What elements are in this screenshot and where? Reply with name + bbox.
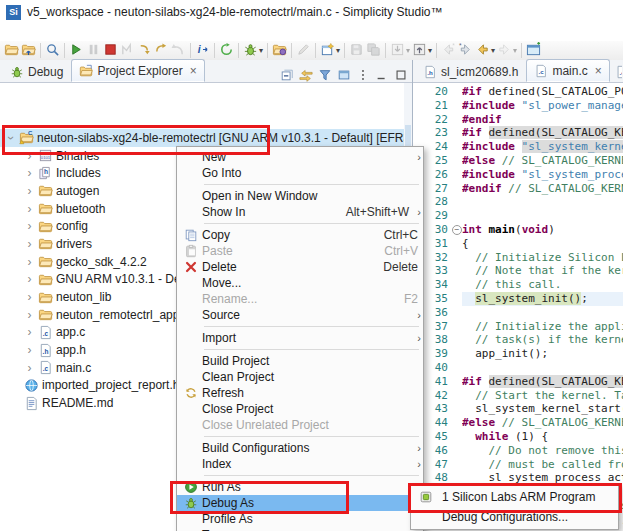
context-menu-item[interactable]: New › (177, 149, 423, 165)
chevron-collapsed-icon[interactable]: › (24, 186, 35, 196)
editor-tab[interactable]: .c (610, 60, 623, 82)
context-menu-item[interactable]: Copy Ctrl+C (177, 227, 423, 243)
toolbar-button[interactable]: ▾ (389, 42, 411, 60)
menu-bar-item[interactable] (102, 32, 116, 34)
dropdown-caret-icon[interactable]: ▾ (428, 46, 432, 55)
toolbar-button[interactable] (525, 42, 542, 60)
tree-item-project[interactable]: › C neuton-silabs-xg24-ble-remotectrl [G… (0, 129, 412, 147)
chevron-collapsed-icon[interactable]: › (24, 363, 35, 373)
context-menu-item[interactable]: Delete Delete (177, 259, 423, 275)
menu-bar-item[interactable] (60, 32, 74, 34)
toolbar-button[interactable] (44, 42, 61, 60)
toolbar-button[interactable]: * (440, 42, 457, 60)
dropdown-caret-icon[interactable]: ▾ (406, 46, 410, 55)
editor-tab[interactable]: .c main.c × (526, 59, 609, 82)
menu-bar-item[interactable] (88, 32, 102, 34)
chevron-collapsed-icon[interactable]: › (24, 327, 35, 337)
context-menu-item[interactable]: Run As › (177, 479, 423, 495)
chevron-collapsed-icon[interactable]: › (24, 292, 35, 302)
chevron-collapsed-icon[interactable]: › (24, 204, 35, 214)
context-menu-item[interactable]: Build Configurations › (177, 440, 423, 456)
toolbar-button[interactable]: ▾ (319, 42, 341, 60)
chevron-expanded-icon[interactable]: › (6, 132, 16, 143)
panel-header-button[interactable] (337, 68, 351, 82)
chevron-collapsed-icon[interactable]: › (24, 151, 35, 161)
toolbar-button[interactable] (85, 42, 102, 60)
menu-bar-item[interactable] (116, 32, 130, 34)
context-menu-item[interactable]: Source › (177, 307, 423, 323)
chevron-collapsed-icon[interactable]: › (24, 257, 35, 267)
menu-bar-item[interactable] (32, 32, 46, 34)
submenu-item[interactable]: Debug Configurations... (411, 507, 618, 527)
toolbar-button[interactable]: ▾ (411, 42, 433, 60)
svg-text:.c: .c (619, 69, 623, 76)
toolbar-button[interactable] (170, 42, 187, 60)
context-menu-item[interactable]: Paste Ctrl+V (177, 243, 423, 259)
context-menu-item[interactable]: Profile As › (177, 511, 423, 527)
context-menu-item[interactable]: Rename... F2 (177, 291, 423, 307)
panel-tab[interactable]: Debug (2, 60, 71, 82)
panel-header-button[interactable] (375, 68, 389, 82)
toolbar-button[interactable] (218, 42, 235, 60)
toolbar-button[interactable]: i (194, 42, 211, 60)
panel-header-button[interactable] (356, 68, 370, 82)
dropdown-caret-icon[interactable]: ▾ (259, 46, 263, 55)
chevron-collapsed-icon[interactable]: › (24, 345, 35, 355)
toolbar-button[interactable] (136, 42, 153, 60)
panel-header-button[interactable] (299, 68, 313, 82)
editor-tab[interactable]: .h sl_icm20689.h (415, 60, 526, 82)
panel-header-button[interactable] (318, 68, 332, 82)
context-menu-item[interactable]: Import › (177, 330, 423, 346)
close-tab-icon[interactable]: × (595, 64, 602, 78)
chevron-collapsed-icon[interactable]: › (24, 310, 35, 320)
context-menu-item[interactable]: Clean Project (177, 369, 423, 385)
context-menu-item[interactable]: Show In Alt+Shift+W › (177, 204, 423, 220)
toolbar-button[interactable]: ▾ (496, 42, 518, 60)
context-menu-item[interactable]: Index › (177, 456, 423, 472)
toolbar-button[interactable] (348, 42, 365, 60)
panel-header-button[interactable] (394, 68, 408, 82)
chevron-collapsed-icon[interactable]: › (24, 221, 35, 231)
context-menu-item[interactable]: Refresh (177, 385, 423, 401)
panel-tab[interactable]: Project Explorer × (71, 59, 204, 82)
menu-bar-item[interactable] (74, 32, 88, 34)
menu-bar-item[interactable] (4, 32, 18, 34)
dropdown-caret-icon[interactable]: ▾ (513, 46, 517, 55)
paste-icon (180, 244, 202, 258)
context-menu-item[interactable]: Team › (177, 527, 423, 531)
dropdown-caret-icon[interactable]: ▾ (336, 46, 340, 55)
close-tab-icon[interactable]: × (190, 64, 197, 78)
context-menu-item[interactable]: Open in New Window (177, 188, 423, 204)
context-menu-item[interactable]: Close Project (177, 401, 423, 417)
editor-pane: .h sl_icm20689.h .c main.c × .c 20#if de… (413, 60, 623, 531)
context-menu-item[interactable]: Build Project (177, 353, 423, 369)
context-menu-item[interactable]: Close Unrelated Project (177, 417, 423, 433)
toolbar-button[interactable] (365, 42, 382, 60)
context-menu-item[interactable]: Move... (177, 275, 423, 291)
separator (436, 43, 437, 58)
toolbar-button[interactable]: * (457, 42, 474, 60)
code-editor[interactable]: 20#if defined(SL_CATALOG_POWER_MANAGER_P… (413, 83, 623, 531)
chevron-collapsed-icon[interactable]: › (24, 274, 35, 284)
toolbar-button[interactable] (271, 42, 288, 60)
toolbar-button[interactable] (3, 42, 20, 60)
menu-bar-item[interactable] (46, 32, 60, 34)
toolbar-button[interactable] (68, 42, 85, 60)
toolbar-button[interactable] (295, 42, 312, 60)
chevron-collapsed-icon[interactable]: › (24, 168, 35, 178)
fold-marker-icon[interactable] (452, 223, 462, 237)
menu-bar-item[interactable] (130, 32, 144, 34)
toolbar-button[interactable]: ▾ (242, 42, 264, 60)
toolbar-button[interactable] (119, 42, 136, 60)
submenu-item[interactable]: 1 Silicon Labs ARM Program (411, 487, 618, 507)
dropdown-caret-icon[interactable]: ▾ (491, 46, 495, 55)
toolbar-button[interactable]: ▾ (474, 42, 496, 60)
menu-bar-item[interactable] (18, 32, 32, 34)
toolbar-button[interactable] (20, 42, 37, 60)
chevron-collapsed-icon[interactable]: › (24, 239, 35, 249)
toolbar-button[interactable] (153, 42, 170, 60)
panel-header-button[interactable] (280, 68, 294, 82)
toolbar-button[interactable] (102, 42, 119, 60)
context-menu-item[interactable]: Go Into (177, 165, 423, 181)
context-menu-item[interactable]: Debug As › (177, 495, 423, 511)
